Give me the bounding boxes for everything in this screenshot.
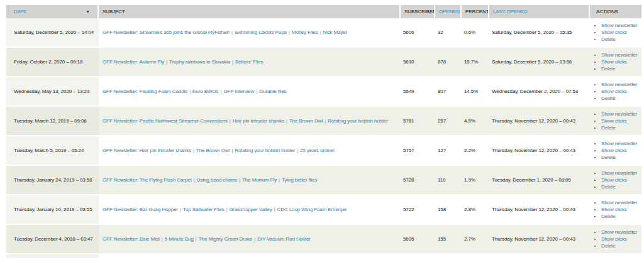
action-link-show-clicks[interactable]: Show clicks [601, 118, 627, 124]
table-row: Thursday, January 24, 2019 – 03:58 GFF N… [6, 166, 641, 195]
action-item: Show newsletter [601, 170, 637, 177]
subject-link[interactable]: Motley Flies [292, 30, 318, 35]
action-link-show-newsletter[interactable]: Show newsletter [601, 82, 637, 87]
subscribers-cell: 5761 [401, 107, 435, 135]
action-link-show-newsletter[interactable]: Show newsletter [601, 23, 637, 28]
subject-link[interactable]: Top Saltwater Flies [183, 207, 225, 212]
subject-link[interactable]: The Morrum Fly [242, 177, 277, 183]
subject-link[interactable]: Tying better flies [282, 177, 317, 183]
action-item: Delete [601, 183, 637, 190]
pipe-separator: | [194, 236, 199, 242]
action-link-show-newsletter[interactable]: Show newsletter [601, 111, 637, 117]
subject-link[interactable]: Rotating your bobbin holder [235, 148, 295, 153]
action-item: Show clicks [601, 147, 637, 154]
subject-link[interactable]: 25 years online! [300, 148, 335, 153]
subject-link[interactable]: Euro BWOs [192, 89, 218, 94]
subject-link[interactable]: Durable flies [259, 89, 286, 94]
subject-link[interactable]: Hair pin intruder shanks [233, 118, 284, 124]
subject-link[interactable]: Using bead chains [197, 177, 237, 183]
table-row-partial [6, 254, 641, 258]
action-link-show-newsletter[interactable]: Show newsletter [601, 200, 637, 205]
subject-link[interactable]: Trophy rainbows in Slovakia [169, 59, 230, 65]
subject-link[interactable]: GFF Newsletter: Streamers 365 joins the … [103, 30, 230, 35]
actions-list: Show newsletterShow clicksDelete [592, 140, 637, 161]
action-item: Delete [601, 154, 637, 161]
subject-link[interactable]: The Brown Owl [289, 118, 323, 124]
subject-link[interactable]: GFF Newsletter: Pacific Northwest Stream… [103, 118, 228, 124]
subject-link[interactable]: Betters' Flies [235, 59, 264, 65]
opened-count: 110 [438, 177, 445, 183]
subject-link[interactable]: GFF Newsletter: Bar Guag Hopper [103, 207, 178, 212]
pipe-separator: | [230, 30, 235, 35]
action-item: Show clicks [601, 29, 637, 36]
date-cell: Friday, October 2, 2020 – 09:18 [6, 48, 99, 76]
date-cell [6, 254, 99, 258]
action-link-show-clicks[interactable]: Show clicks [601, 148, 627, 153]
column-header-date: DATE ▼ [6, 5, 99, 18]
table-row: Wednesday, May 13, 2020 – 13:23 GFF News… [6, 77, 641, 107]
subject-link[interactable]: CDC Loop Wing Foam Emerger [277, 207, 347, 212]
action-link-show-newsletter[interactable]: Show newsletter [601, 141, 637, 146]
date-cell: Thursday, January 10, 2019 – 03:55 [6, 195, 99, 224]
action-item: Show newsletter [601, 229, 637, 236]
action-link-show-clicks[interactable]: Show clicks [601, 177, 627, 183]
percent-cell: 0.6% [462, 18, 489, 46]
percent-value: 4.5% [464, 118, 475, 124]
opened-cell: 257 [435, 107, 462, 135]
sort-by-date-link[interactable]: DATE [14, 9, 26, 14]
action-link-show-newsletter[interactable]: Show newsletter [601, 229, 637, 235]
pipe-separator: | [272, 207, 277, 212]
subject-link[interactable]: Swimming Caddis Pupa [235, 30, 287, 35]
action-link-show-clicks[interactable]: Show clicks [601, 30, 627, 35]
actions-cell: Show newsletterShow clicksDelete [590, 225, 641, 253]
subject-link[interactable]: GFF Newsletter: Hair pin intruder shanks [103, 148, 191, 153]
subject-link[interactable]: 5 Minute Bug [165, 236, 194, 242]
actions-list: Show newsletterShow clicksDelete [592, 229, 637, 249]
subject-link[interactable]: Rotating your bobbin holder [328, 118, 388, 124]
percent-value: 1.9% [464, 177, 475, 183]
subject-link[interactable]: Grasshopper Valley [230, 207, 272, 212]
action-item: Show clicks [601, 206, 637, 213]
last-opened-text: Saturday, December 5, 2020 – 13:56 [492, 59, 572, 65]
action-link-show-clicks[interactable]: Show clicks [601, 207, 627, 212]
action-link-delete[interactable]: Delete [601, 125, 616, 131]
date-cell: Thursday, January 24, 2019 – 03:58 [6, 166, 99, 194]
pipe-separator: | [295, 148, 300, 153]
action-link-show-newsletter[interactable]: Show newsletter [601, 52, 637, 58]
sort-by-opened-link[interactable]: OPENED [439, 9, 460, 14]
subject-link[interactable]: The Mighty Green Drake [199, 236, 252, 242]
action-link-delete[interactable]: Delete [601, 36, 616, 42]
action-link-show-clicks[interactable]: Show clicks [601, 89, 627, 94]
action-link-show-clicks[interactable]: Show clicks [601, 236, 627, 242]
last-opened-text: Wednesday, December 2, 2020 – 07:53 [492, 89, 578, 94]
action-link-delete[interactable]: Delete [601, 243, 616, 249]
pipe-separator: | [230, 59, 235, 65]
subject-link[interactable]: GFF Newsletter: Blue Mist [103, 236, 160, 242]
subject-link[interactable]: The Brown Owl [196, 148, 230, 153]
sort-desc-icon[interactable]: ▼ [86, 5, 90, 18]
action-link-delete[interactable]: Delete [601, 95, 616, 101]
subject-cell: GFF Newsletter: Bar Guag Hopper|Top Salt… [99, 195, 401, 224]
subscribers-count: 5610 [403, 59, 414, 65]
action-link-delete[interactable]: Delete [601, 66, 616, 72]
sort-by-last-opened-link[interactable]: LAST OPENED [493, 9, 528, 14]
percent-value: 2.8% [464, 207, 475, 212]
pipe-separator: | [164, 59, 169, 65]
subject-link[interactable]: GFF Newsletter: Autumn Fly [103, 59, 164, 65]
subject-link[interactable]: DIY Vacuum Rod Holder [257, 236, 311, 242]
subject-link[interactable]: GFF Interview [223, 89, 254, 94]
action-link-delete[interactable]: Delete [601, 184, 616, 190]
table-row: Tuesday, March 12, 2019 – 09:06 GFF News… [6, 107, 641, 136]
action-link-delete[interactable]: Delete [601, 214, 616, 219]
subject-cell: GFF Newsletter: Autumn Fly|Trophy rainbo… [99, 48, 401, 76]
subject-link[interactable]: GFF Newsletter: The Flying Flash Carpet [103, 177, 192, 183]
percent-value: 0.6% [464, 30, 475, 35]
actions-cell: Show newsletterShow clicksDelete [590, 195, 641, 224]
action-link-delete[interactable]: Delete [601, 155, 616, 160]
subject-link[interactable]: Nick Mayer [323, 30, 347, 35]
pipe-separator: | [187, 89, 192, 94]
opened-cell: 32 [435, 18, 462, 46]
action-link-show-newsletter[interactable]: Show newsletter [601, 170, 637, 176]
action-link-show-clicks[interactable]: Show clicks [601, 59, 627, 65]
subject-link[interactable]: GFF Newsletter: Floating Foam Caddis [103, 89, 187, 94]
